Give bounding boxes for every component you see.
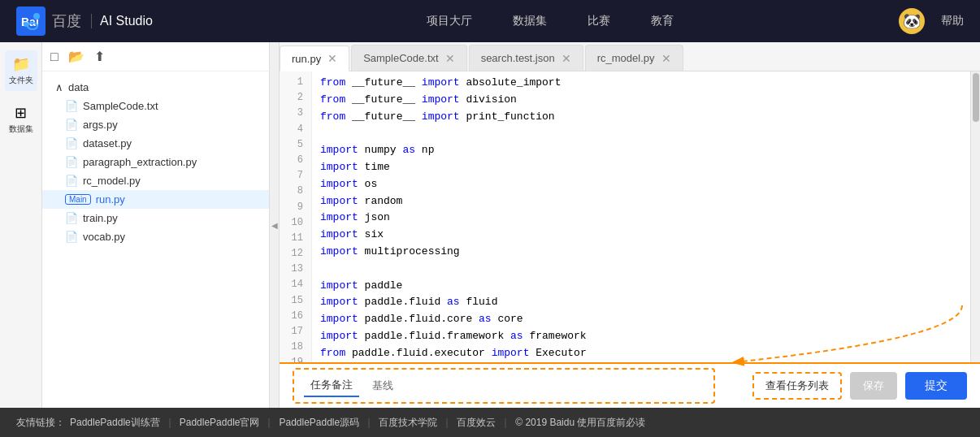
avatar[interactable]: 🐼: [899, 8, 925, 34]
baidu-logo: Bai: [16, 6, 46, 36]
code-editor[interactable]: 12345 678910 1112131415 1617181920 21222…: [280, 71, 970, 362]
task-text-input[interactable]: [406, 380, 704, 392]
file-name: run.py: [96, 193, 125, 206]
main-area: 📁 文件夹 ⊞ 数据集 □ 📂 ⬆ ∧ data 📄 SampleCode.tx…: [0, 42, 980, 408]
collapse-panel[interactable]: ◀: [270, 42, 280, 408]
file-train[interactable]: 📄 train.py: [42, 209, 269, 227]
file-paragraph[interactable]: 📄 paragraph_extraction.py: [42, 153, 269, 171]
footer-link-paddleweb[interactable]: PaddlePaddle官网: [180, 416, 260, 430]
task-notes-tab[interactable]: 任务备注: [304, 374, 359, 397]
file-vocab[interactable]: 📄 vocab.py: [42, 227, 269, 246]
tab-label: rc_model.py: [597, 52, 655, 64]
editor-tabs: run.py ✕ SampleCode.txt ✕ search.test.js…: [280, 42, 980, 71]
tab-close-searchtest[interactable]: ✕: [562, 52, 571, 65]
folder-name: data: [68, 81, 89, 93]
studio-label: AI Studio: [91, 14, 153, 28]
editor-scrollbar[interactable]: [970, 71, 980, 362]
save-button[interactable]: 保存: [850, 372, 897, 400]
submit-button[interactable]: 提交: [905, 372, 967, 400]
task-input-area: 任务备注 基线: [293, 368, 715, 404]
files-label: 文件夹: [9, 75, 33, 86]
file-rcmodel[interactable]: 📄 rc_model.py: [42, 171, 269, 190]
file-icon: 📄: [65, 231, 78, 243]
sidebar-icons: 📁 文件夹 ⊞ 数据集: [0, 42, 42, 408]
file-dataset[interactable]: 📄 dataset.py: [42, 134, 269, 153]
file-name: rc_model.py: [83, 175, 141, 187]
header: Bai 百度 AI Studio 项目大厅 数据集 比赛 教育 🐼 帮助: [0, 0, 980, 42]
tab-rcmodel[interactable]: rc_model.py ✕: [585, 45, 683, 71]
footer-copyright: © 2019 Baidu 使用百度前必读: [515, 416, 645, 430]
tab-runpy[interactable]: run.py ✕: [280, 45, 349, 71]
file-samplecode[interactable]: 📄 SampleCode.txt: [42, 97, 269, 115]
folder-data[interactable]: ∧ data: [42, 78, 269, 97]
footer-link-baiduyun[interactable]: 百度效云: [457, 416, 496, 430]
baseline-tab[interactable]: 基线: [366, 375, 400, 396]
nav-competition[interactable]: 比赛: [588, 14, 610, 28]
tab-samplecode[interactable]: SampleCode.txt ✕: [351, 45, 467, 71]
file-name: SampleCode.txt: [83, 100, 158, 112]
nav-datasets[interactable]: 数据集: [513, 14, 547, 28]
nav-projects[interactable]: 项目大厅: [427, 14, 472, 28]
file-icon: 📄: [65, 137, 78, 149]
upload-icon[interactable]: ⬆: [94, 49, 105, 64]
new-file-icon[interactable]: □: [50, 50, 59, 64]
file-name: paragraph_extraction.py: [83, 156, 197, 168]
file-name: args.py: [83, 119, 118, 131]
file-tree-toolbar: □ 📂 ⬆: [42, 42, 269, 71]
editor-area: run.py ✕ SampleCode.txt ✕ search.test.js…: [280, 42, 980, 408]
main-badge: Main: [65, 194, 91, 205]
folder-icon: 📁: [12, 55, 30, 73]
main-nav: 项目大厅 数据集 比赛 教育: [202, 14, 899, 28]
new-folder-icon[interactable]: 📂: [68, 49, 85, 64]
file-tree: □ 📂 ⬆ ∧ data 📄 SampleCode.txt 📄 args.py …: [42, 42, 270, 408]
tab-label: search.test.json: [481, 52, 555, 64]
tab-close-rcmodel[interactable]: ✕: [661, 52, 671, 65]
footer: 友情链接： PaddlePaddle训练营 ｜ PaddlePaddle官网 ｜…: [0, 408, 980, 437]
help-link[interactable]: 帮助: [941, 14, 964, 28]
chevron-down-icon: ∧: [55, 81, 63, 93]
tab-close-samplecode[interactable]: ✕: [445, 52, 455, 65]
file-tree-content: ∧ data 📄 SampleCode.txt 📄 args.py 📄 data…: [42, 71, 269, 408]
tab-label: run.py: [292, 53, 321, 65]
file-icon: 📄: [65, 156, 78, 168]
file-name: vocab.py: [83, 231, 125, 243]
task-list-button[interactable]: 查看任务列表: [752, 372, 842, 400]
line-numbers: 12345 678910 1112131415 1617181920 21222…: [280, 71, 312, 362]
code-content: 12345 678910 1112131415 1617181920 21222…: [280, 71, 970, 362]
footer-prefix: 友情链接：: [16, 416, 65, 430]
code-lines: from __future__ import absolute_import f…: [312, 71, 970, 362]
file-args[interactable]: 📄 args.py: [42, 115, 269, 134]
sidebar-item-datasets[interactable]: ⊞ 数据集: [5, 99, 37, 140]
file-icon: 📄: [65, 212, 78, 224]
grid-icon: ⊞: [15, 104, 27, 122]
sidebar-item-files[interactable]: 📁 文件夹: [5, 50, 37, 91]
tab-label: SampleCode.txt: [363, 52, 439, 64]
footer-link-baidutech[interactable]: 百度技术学院: [379, 416, 437, 430]
file-runpy[interactable]: Main run.py: [42, 190, 269, 209]
footer-link-paddlecamp[interactable]: PaddlePaddle训练营: [70, 416, 160, 430]
nav-education[interactable]: 教育: [651, 14, 674, 28]
logo: Bai 百度 AI Studio: [16, 6, 153, 36]
file-icon: 📄: [65, 100, 78, 112]
file-name: dataset.py: [83, 137, 132, 149]
tab-close-runpy[interactable]: ✕: [327, 52, 337, 65]
footer-link-paddlesrc[interactable]: PaddlePaddle源码: [279, 416, 359, 430]
file-icon: 📄: [65, 119, 78, 131]
bottom-section: 任务备注 基线 查看任务列表 保存 提交: [280, 362, 980, 408]
svg-point-1: [33, 13, 40, 19]
bottom-bar: 任务备注 基线 查看任务列表 保存 提交: [280, 362, 980, 408]
scrollbar-thumb: [973, 73, 979, 122]
right-buttons: 查看任务列表 保存 提交: [752, 372, 967, 400]
datasets-label: 数据集: [9, 123, 33, 135]
collapse-icon: ◀: [271, 221, 278, 230]
file-icon: 📄: [65, 175, 78, 187]
tab-searchtest[interactable]: search.test.json ✕: [469, 45, 583, 71]
file-name: train.py: [83, 212, 118, 224]
header-right: 🐼 帮助: [899, 8, 964, 34]
